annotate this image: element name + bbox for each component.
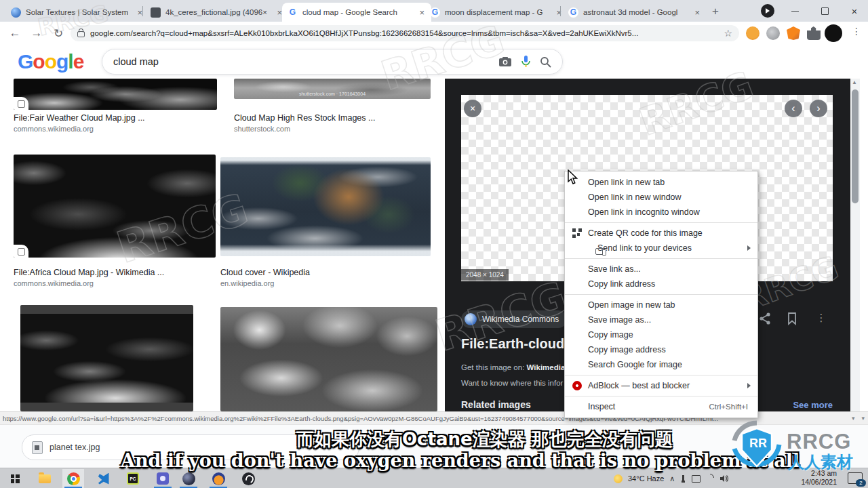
file-explorer-icon[interactable] bbox=[37, 471, 53, 486]
media-controls-icon[interactable] bbox=[761, 4, 774, 18]
extensions-puzzle-icon[interactable] bbox=[807, 26, 821, 40]
google-logo[interactable]: Google bbox=[18, 50, 83, 73]
windows-logo-icon bbox=[11, 474, 20, 483]
more-options-icon[interactable]: ⋮ bbox=[814, 312, 828, 325]
submenu-arrow-icon bbox=[747, 245, 751, 251]
tab-ceres-image[interactable]: 4k_ceres_fictional.jpg (4096× × bbox=[145, 3, 289, 22]
menu-item-label: Open link in incognito window bbox=[588, 207, 700, 217]
menu-item-open-image-new-tab[interactable]: Open image in new tab bbox=[565, 298, 757, 312]
previous-image-button[interactable]: ‹ bbox=[785, 100, 802, 117]
cinema4d-taskbar-icon[interactable] bbox=[180, 471, 197, 486]
rrcg-logo: R R RRCG 人人素材 bbox=[730, 419, 868, 476]
result-image[interactable] bbox=[220, 157, 431, 256]
obs-taskbar-icon[interactable] bbox=[240, 471, 256, 486]
minimize-button[interactable] bbox=[781, 0, 808, 22]
get-image-prefix: Get this image on: bbox=[461, 363, 527, 371]
result-image[interactable] bbox=[20, 305, 193, 411]
menu-item-inspect[interactable]: InspectCtrl+Shift+I bbox=[565, 399, 757, 414]
menu-item-search-google-image[interactable]: Search Google for image bbox=[565, 357, 757, 372]
search-icon[interactable] bbox=[540, 56, 551, 68]
menu-item-save-link-as[interactable]: Save link as... bbox=[565, 262, 757, 277]
share-icon[interactable] bbox=[758, 312, 772, 325]
extension-icon[interactable] bbox=[766, 26, 780, 40]
result-title[interactable]: Cloud Map High Res Stock Images ... bbox=[234, 113, 375, 123]
download-filename: planet tex.jpg bbox=[50, 443, 100, 452]
menu-item-send-to-devices[interactable]: Send link to your devices bbox=[565, 241, 757, 256]
close-window-button[interactable]: × bbox=[841, 0, 868, 22]
result-title[interactable]: File:Africa Cloud Map.jpg - Wikimedia ..… bbox=[14, 268, 164, 277]
result-image[interactable] bbox=[220, 307, 437, 411]
display-tray-icon[interactable] bbox=[692, 475, 701, 483]
get-image-source-link[interactable]: Wikimedia bbox=[527, 363, 566, 371]
adblock-extension-icon[interactable] bbox=[746, 26, 760, 40]
tab-cloud-map-active[interactable]: G cloud map - Google Search × bbox=[282, 3, 431, 22]
chrome-taskbar-icon[interactable] bbox=[65, 471, 81, 486]
menu-item-open-link-incognito[interactable]: Open link in incognito window bbox=[565, 205, 757, 220]
logo-letter: G bbox=[18, 50, 33, 73]
wifi-icon[interactable] bbox=[706, 476, 714, 482]
qr-code-icon bbox=[572, 228, 582, 238]
close-preview-button[interactable]: × bbox=[464, 100, 481, 117]
menu-item-create-qr-code[interactable]: Create QR code for this image bbox=[565, 226, 757, 241]
menu-item-copy-image-address[interactable]: Copy image address bbox=[565, 342, 757, 357]
reload-button[interactable]: ↻ bbox=[49, 24, 68, 43]
result-image[interactable] bbox=[14, 79, 217, 110]
browser-menu-icon[interactable]: ⋮ bbox=[852, 26, 861, 37]
weather-label[interactable]: 34°C Haze bbox=[628, 474, 664, 483]
metamask-extension-icon[interactable] bbox=[787, 26, 800, 40]
forward-button[interactable]: → bbox=[27, 24, 46, 43]
menu-item-open-link-new-window[interactable]: Open link in new window bbox=[565, 190, 757, 205]
vscode-taskbar-icon[interactable] bbox=[95, 471, 111, 486]
start-button[interactable] bbox=[7, 471, 23, 486]
scrollbar-thumb[interactable] bbox=[852, 89, 859, 203]
bookmark-star-icon[interactable]: ☆ bbox=[724, 28, 732, 39]
tab-title: moon displacement map - G bbox=[445, 8, 550, 16]
back-button[interactable]: ← bbox=[5, 24, 24, 43]
audacity-taskbar-icon[interactable] bbox=[210, 471, 226, 486]
search-input[interactable]: cloud map bbox=[102, 49, 563, 75]
menu-item-label: Copy image address bbox=[588, 345, 666, 354]
menu-item-adblock[interactable]: AdBlock — best ad blocker bbox=[565, 378, 757, 393]
source-badge-label: Wikimedia Commons bbox=[482, 314, 559, 324]
mic-icon[interactable] bbox=[521, 56, 530, 68]
usb-tray-icon[interactable] bbox=[680, 474, 686, 483]
bookmark-icon[interactable] bbox=[785, 312, 799, 325]
maximize-button[interactable] bbox=[811, 0, 838, 22]
see-more-link[interactable]: See more bbox=[793, 400, 833, 410]
result-image[interactable] bbox=[14, 155, 216, 258]
result-title[interactable]: Cloud cover - Wikipedia bbox=[220, 268, 310, 277]
tray-expand-chevron-icon[interactable]: ∧ bbox=[669, 474, 675, 483]
volume-icon[interactable] bbox=[719, 474, 729, 483]
google-favicon: G bbox=[568, 7, 578, 18]
new-tab-button[interactable]: + bbox=[707, 3, 724, 20]
pc-app-taskbar-icon[interactable]: PC bbox=[125, 471, 141, 486]
menu-item-copy-link-address[interactable]: Copy link address bbox=[565, 277, 757, 291]
menu-item-save-image-as[interactable]: Save image as... bbox=[565, 312, 757, 327]
tab-astronaut-model[interactable]: G astronaut 3d model - Googl × bbox=[563, 3, 707, 22]
teams-taskbar-icon[interactable] bbox=[155, 471, 171, 486]
camera-search-icon[interactable] bbox=[498, 56, 512, 67]
tab-moon-displacement[interactable]: G moon displacement map - G × bbox=[425, 3, 568, 22]
page-scrollbar[interactable]: ▲ bbox=[850, 79, 860, 411]
next-image-button[interactable]: › bbox=[810, 100, 827, 117]
tab-solar-textures[interactable]: Solar Textures | Solar System × bbox=[5, 3, 149, 22]
source-badge[interactable]: Wikimedia Commons bbox=[461, 310, 567, 328]
result-title[interactable]: File:Fair Weather Cloud Map.jpg ... bbox=[14, 113, 145, 123]
address-bar[interactable]: google.com/search?q=cloud+map&sxsrf=ALeK… bbox=[71, 25, 739, 41]
browser-profile-avatar[interactable] bbox=[825, 24, 842, 42]
result-image[interactable]: shutterstock.com · 1701643004 bbox=[234, 79, 431, 99]
tab-close-icon[interactable]: × bbox=[693, 7, 701, 18]
related-images-heading: Related images bbox=[461, 399, 531, 410]
file-type-icon bbox=[14, 97, 28, 110]
get-image-line: Get this image on: Wikimedia bbox=[461, 363, 565, 371]
tab-close-icon[interactable]: × bbox=[555, 7, 563, 18]
weather-icon[interactable] bbox=[614, 474, 623, 483]
menu-item-copy-image[interactable]: Copy image bbox=[565, 327, 757, 342]
scroll-up-icon[interactable]: ▲ bbox=[852, 79, 857, 85]
rrcg-shield-icon: R R bbox=[730, 419, 784, 473]
menu-item-open-link-new-tab[interactable]: Open link in new tab bbox=[565, 175, 757, 190]
adblock-icon bbox=[572, 381, 582, 390]
result-domain: en.wikipedia.org bbox=[220, 279, 275, 287]
image-dimensions-label: 2048 × 1024 bbox=[461, 269, 509, 281]
mouse-cursor bbox=[567, 169, 578, 185]
